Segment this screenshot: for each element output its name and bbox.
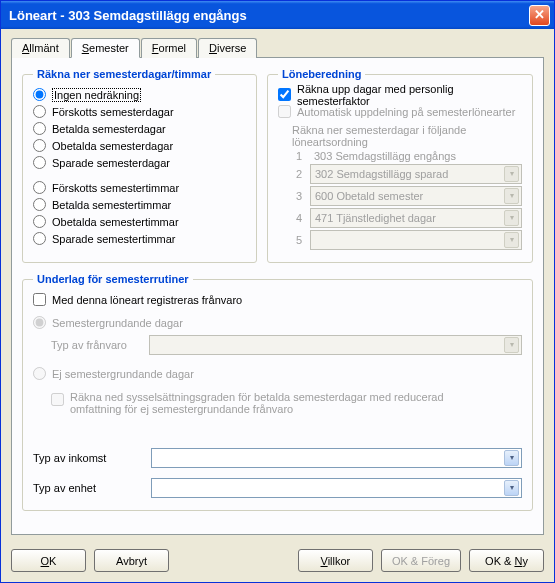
radio-label: Ej semestergrundande dagar	[52, 368, 194, 380]
radio-label: Obetalda semestertimmar	[52, 216, 179, 228]
group-underlag: Underlag för semesterrutiner Med denna l…	[22, 273, 533, 511]
order-num: 2	[292, 168, 302, 180]
radio-ingen[interactable]: Ingen nedräkning	[33, 86, 246, 103]
tab-label: ormel	[159, 42, 187, 54]
order-row-4: 4 471 Tjänstledighet dagar ▾	[278, 208, 522, 228]
check-label: Räkna upp dagar med personlig semesterfa…	[297, 83, 522, 107]
chevron-down-icon[interactable]: ▾	[504, 480, 519, 496]
checkbox-input[interactable]	[33, 293, 46, 306]
tab-formel[interactable]: Formel	[141, 38, 197, 58]
combo-value: 600 Obetald semester	[315, 190, 423, 202]
radio-input[interactable]	[33, 88, 46, 101]
order-combo-4[interactable]: 471 Tjänstledighet dagar ▾	[310, 208, 522, 228]
chevron-down-icon[interactable]: ▾	[504, 210, 519, 226]
order-static: 303 Semdagstillägg engångs	[310, 150, 522, 162]
check-rakna-upp[interactable]: Räkna upp dagar med personlig semesterfa…	[278, 86, 522, 103]
tab-body: Räkna ner semesterdagar/timmar Ingen ned…	[11, 58, 544, 535]
chevron-down-icon: ▾	[504, 337, 519, 353]
order-num: 3	[292, 190, 302, 202]
check-automatisk: Automatisk uppdelning på semesterlöneart…	[278, 103, 522, 120]
group-loneberedning: Löneberedning Räkna upp dagar med person…	[267, 68, 533, 263]
checkbox-input	[51, 393, 64, 406]
villkor-button[interactable]: Villkor	[298, 549, 373, 572]
order-num: 5	[292, 234, 302, 246]
field-label: Typ av enhet	[33, 482, 143, 494]
group-legend: Räkna ner semesterdagar/timmar	[33, 68, 215, 80]
radio-input[interactable]	[33, 105, 46, 118]
row-typ-franvaro: Typ av frånvaro ▾	[51, 335, 522, 355]
chevron-down-icon[interactable]: ▾	[504, 450, 519, 466]
order-combo-5[interactable]: ▾	[310, 230, 522, 250]
combo-value: 471 Tjänstledighet dagar	[315, 212, 436, 224]
radio-label: Ingen nedräkning	[52, 88, 141, 102]
radio-input	[33, 316, 46, 329]
radio-forskott-timmar[interactable]: Förskotts semestertimmar	[33, 179, 246, 196]
radio-obetalda-timmar[interactable]: Obetalda semestertimmar	[33, 213, 246, 230]
radio-input[interactable]	[33, 181, 46, 194]
radio-input	[33, 367, 46, 380]
check-med-denna[interactable]: Med denna löneart registreras frånvaro	[33, 291, 522, 308]
check-label: Automatisk uppdelning på semesterlöneart…	[297, 106, 515, 118]
radio-sparade-timmar[interactable]: Sparade semestertimmar	[33, 230, 246, 247]
tab-strip: Adocument.currentScript.previousElementS…	[11, 37, 544, 58]
ok-foreg-button: OK & Föreg	[381, 549, 461, 572]
field-label: Typ av inkomst	[33, 452, 143, 464]
close-button[interactable]: ✕	[529, 5, 550, 26]
combo-typ-enhet[interactable]: ▾	[151, 478, 522, 498]
radio-ej-semgrund: Ej semestergrundande dagar	[33, 365, 522, 382]
radio-label: Förskotts semestertimmar	[52, 182, 179, 194]
order-row-3: 3 600 Obetald semester ▾	[278, 186, 522, 206]
check-label: Med denna löneart registreras frånvaro	[52, 294, 242, 306]
ok-button[interactable]: OK	[11, 549, 86, 572]
chevron-down-icon[interactable]: ▾	[504, 232, 519, 248]
radio-forskott-dagar[interactable]: Förskotts semesterdagar	[33, 103, 246, 120]
titlebar: Löneart - 303 Semdagstillägg engångs ✕	[1, 1, 554, 29]
tab-diverse[interactable]: Diverse	[198, 38, 257, 58]
button-bar: OK Avbryt Villkor OK & Föreg OK & Ny	[1, 541, 554, 582]
radio-input[interactable]	[33, 122, 46, 135]
radio-label: Betalda semestertimmar	[52, 199, 171, 211]
tab-label: emester	[89, 42, 129, 54]
row-typ-enhet: Typ av enhet ▾	[33, 478, 522, 498]
order-num: 4	[292, 212, 302, 224]
radio-obetalda-dagar[interactable]: Obetalda semesterdagar	[33, 137, 246, 154]
order-combo-3[interactable]: 600 Obetald semester ▾	[310, 186, 522, 206]
order-num: 1	[292, 150, 302, 162]
radio-sparade-dagar[interactable]: Sparade semesterdagar	[33, 154, 246, 171]
radio-betalda-dagar[interactable]: Betalda semesterdagar	[33, 120, 246, 137]
field-label: Typ av frånvaro	[51, 339, 141, 351]
cancel-button[interactable]: Avbryt	[94, 549, 169, 572]
radio-label: Förskotts semesterdagar	[52, 106, 174, 118]
tab-allmant[interactable]: Adocument.currentScript.previousElementS…	[11, 38, 70, 58]
radio-input[interactable]	[33, 198, 46, 211]
radio-input[interactable]	[33, 139, 46, 152]
order-combo-2[interactable]: 302 Semdagstillägg sparad ▾	[310, 164, 522, 184]
tab-label: iverse	[217, 42, 246, 54]
group-rakna-ner: Räkna ner semesterdagar/timmar Ingen ned…	[22, 68, 257, 263]
radio-input[interactable]	[33, 232, 46, 245]
combo-typ-franvaro: ▾	[149, 335, 522, 355]
chevron-down-icon[interactable]: ▾	[504, 188, 519, 204]
combo-value: 302 Semdagstillägg sparad	[315, 168, 448, 180]
chevron-down-icon[interactable]: ▾	[504, 166, 519, 182]
order-row-1: 1 303 Semdagstillägg engångs	[278, 150, 522, 162]
radio-label: Betalda semesterdagar	[52, 123, 166, 135]
check-rakna-ned: Räkna ned sysselsättningsgraden för beta…	[51, 390, 522, 416]
radio-semgrund: Semestergrundande dagar	[33, 314, 522, 331]
row-typ-inkomst: Typ av inkomst ▾	[33, 448, 522, 468]
radio-label: Obetalda semesterdagar	[52, 140, 173, 152]
ordning-label: Räkna ner semesterdagar i följande lönea…	[278, 124, 522, 148]
radio-input[interactable]	[33, 215, 46, 228]
check-label: Räkna ned sysselsättningsgraden för beta…	[70, 391, 450, 415]
window-title: Löneart - 303 Semdagstillägg engångs	[9, 8, 529, 23]
checkbox-input[interactable]	[278, 88, 291, 101]
radio-input[interactable]	[33, 156, 46, 169]
checkbox-input	[278, 105, 291, 118]
dialog-window: Löneart - 303 Semdagstillägg engångs ✕ A…	[0, 0, 555, 583]
radio-label: Sparade semestertimmar	[52, 233, 176, 245]
tab-label: llmänt	[29, 42, 58, 54]
ok-ny-button[interactable]: OK & Ny	[469, 549, 544, 572]
radio-betalda-timmar[interactable]: Betalda semestertimmar	[33, 196, 246, 213]
combo-typ-inkomst[interactable]: ▾	[151, 448, 522, 468]
tab-semester[interactable]: Semester	[71, 38, 140, 58]
